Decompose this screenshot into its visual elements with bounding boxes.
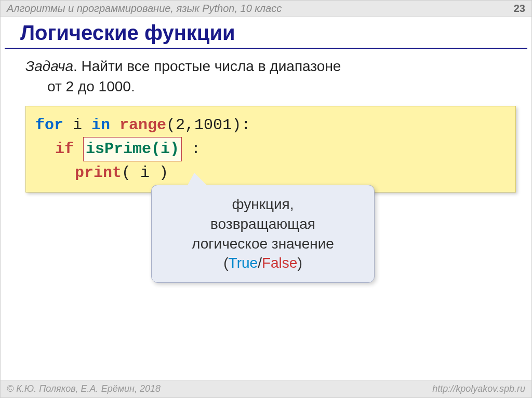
callout-line-2: возвращающая [162,214,364,234]
callout-line-1: функция, [162,195,364,214]
task-text-2: от 2 до 1000. [25,76,521,97]
var-i: i [73,116,82,134]
code-line-1: for i in range(2,1001): [35,114,506,137]
paren-left: ( [223,255,228,271]
footer-url: http://kpolyakov.spb.ru [432,383,525,394]
func-range: range [119,116,166,134]
code-block: for i in range(2,1001): if isPrime(i) : … [25,106,516,193]
func-print: print [75,164,122,182]
false-text: False [262,255,297,271]
isprime-highlight: isPrime(i) [83,137,182,161]
range-args: (2,1001): [166,116,250,134]
callout-line-3: логическое значение [162,234,364,254]
footer-copyright: © К.Ю. Поляков, Е.А. Ерёмин, 2018 [7,383,161,394]
callout-box: функция, возвращающая логическое значени… [151,185,375,283]
page-title: Логические функции [5,17,527,49]
code-line-2: if isPrime(i) : [35,137,506,161]
code-line-3: print( i ) [35,161,506,185]
task-description: Задача. Найти все простые числа в диапаз… [1,49,531,106]
task-text-1: . Найти все простые числа в диапазоне [73,58,341,74]
colon: : [191,140,201,158]
slash: / [258,255,262,271]
keyword-in: in [91,116,110,134]
page-number: 23 [514,3,525,15]
true-text: True [229,255,258,271]
paren-right: ) [297,255,302,271]
footer-bar: © К.Ю. Поляков, Е.А. Ерёмин, 2018 http:/… [1,380,531,397]
header-bar: Алгоритмы и программирование, язык Pytho… [1,1,531,17]
keyword-for: for [35,116,63,134]
header-title: Алгоритмы и программирование, язык Pytho… [7,3,282,15]
keyword-if: if [55,140,74,158]
callout-line-4: (True/False) [162,253,364,273]
print-args: ( i ) [122,164,168,182]
task-label: Задача [25,58,73,74]
